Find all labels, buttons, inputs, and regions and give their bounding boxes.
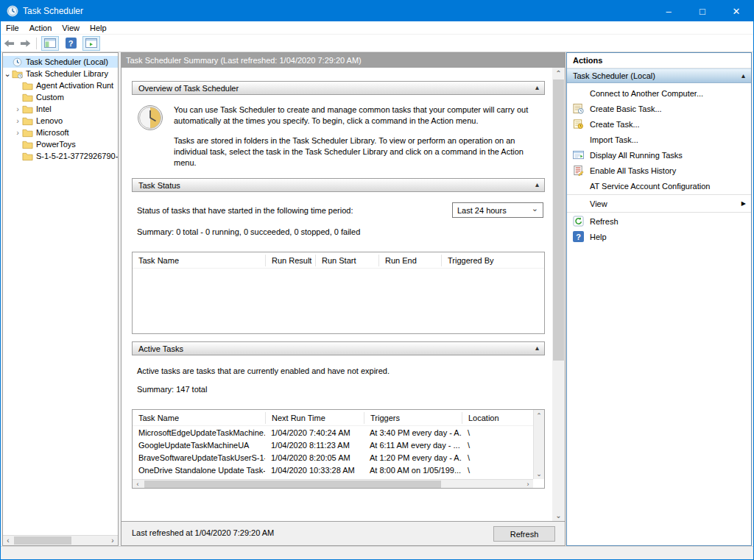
scroll-right-icon[interactable]: › — [523, 480, 533, 488]
tree-item-powertoys[interactable]: PowerToys — [3, 138, 118, 150]
scroll-down-icon[interactable]: ⌄ — [534, 468, 544, 479]
menu-file[interactable]: File — [1, 24, 24, 32]
active-tasks-section-header[interactable]: Active Tasks ▴ — [132, 341, 545, 355]
active-tasks-horizontal-scrollbar[interactable]: ‹ › — [133, 479, 533, 488]
collapse-icon[interactable]: ▴ — [741, 71, 745, 79]
summary-footer: Last refreshed at 1/04/2020 7:29:20 AM R… — [121, 521, 565, 545]
task-status-table-header: Task Name Run Result Run Start Run End T… — [133, 252, 544, 269]
refresh-button[interactable]: Refresh — [493, 526, 555, 542]
tree-expanded-icon[interactable]: ⌄ — [3, 69, 12, 79]
toolbar-separator — [36, 38, 37, 49]
table-row[interactable]: GoogleUpdateTaskMachineUA 1/04/2020 8:11… — [133, 439, 544, 451]
scrollbar-thumb[interactable] — [14, 536, 71, 545]
summary-content: Overview of Task Scheduler ▴ You can use… — [121, 68, 552, 521]
collapse-icon[interactable]: ▴ — [535, 180, 539, 188]
library-folder-icon — [12, 69, 23, 79]
task-status-table: Task Name Run Result Run Start Run End T… — [132, 252, 545, 334]
tree-collapsed-icon[interactable]: › — [13, 128, 22, 137]
time-period-dropdown[interactable]: Last 24 hours ⌄ — [452, 202, 543, 218]
tree-item-intel[interactable]: › Intel — [3, 103, 118, 115]
column-header[interactable]: Triggered By — [441, 255, 515, 266]
tree-item-label: S-1-5-21-3772926790- — [36, 152, 118, 160]
summary-header: Task Scheduler Summary (Last refreshed: … — [121, 53, 565, 68]
overview-title: Overview of Task Scheduler — [138, 84, 239, 93]
tree-item-microsoft[interactable]: › Microsoft — [3, 127, 118, 138]
actions-group-header[interactable]: Task Scheduler (Local) ▴ — [567, 68, 751, 83]
task-status-section-header[interactable]: Task Status ▴ — [132, 178, 545, 192]
show-action-pane-icon[interactable] — [82, 36, 100, 51]
scroll-left-icon[interactable]: ‹ — [3, 536, 13, 545]
task-status-title: Task Status — [138, 181, 180, 190]
column-header[interactable]: Run Result — [265, 255, 315, 266]
time-period-label: Status of tasks that have started in the… — [137, 206, 353, 215]
column-header[interactable]: Triggers — [364, 412, 462, 424]
tree-item-sid[interactable]: S-1-5-21-3772926790- — [3, 150, 118, 162]
collapse-icon[interactable]: ▴ — [535, 344, 539, 352]
table-row[interactable]: BraveSoftwareUpdateTaskUserS-1-... 1/04/… — [133, 451, 544, 464]
tree-item-label: Task Scheduler Library — [26, 69, 108, 78]
tree-item-library[interactable]: ⌄ Task Scheduler Library — [3, 68, 118, 79]
folder-icon — [22, 81, 33, 91]
tree-horizontal-scrollbar[interactable]: ‹ › — [3, 535, 118, 545]
minimize-button[interactable]: – — [652, 1, 686, 21]
task-scheduler-window: Task Scheduler – □ ✕ File Action View He… — [0, 0, 754, 560]
tree-item-custom[interactable]: Custom — [3, 91, 118, 103]
tree-collapsed-icon[interactable]: › — [13, 104, 22, 113]
column-header[interactable]: Run End — [378, 255, 441, 266]
action-create-basic-task[interactable]: Create Basic Task... — [567, 101, 751, 116]
active-tasks-title: Active Tasks — [138, 344, 183, 353]
collapse-icon[interactable]: ▴ — [535, 83, 539, 91]
tree-item-lenovo[interactable]: › Lenovo — [3, 115, 118, 127]
tree-item-agent-activation[interactable]: Agent Activation Runt — [3, 79, 118, 91]
scroll-up-icon[interactable]: ⌃ — [534, 410, 544, 421]
close-button[interactable]: ✕ — [719, 1, 753, 21]
action-enable-all-tasks-history[interactable]: Enable All Tasks History — [567, 163, 751, 178]
folder-icon — [22, 116, 33, 126]
tree-item-label: Intel — [36, 104, 52, 113]
scrollbar-thumb[interactable] — [553, 79, 564, 361]
scroll-left-icon[interactable]: ‹ — [133, 480, 143, 488]
summary-pane: Task Scheduler Summary (Last refreshed: … — [121, 52, 566, 546]
scroll-up-icon[interactable]: ⌃ — [552, 68, 565, 79]
overview-section-header[interactable]: Overview of Task Scheduler ▴ — [132, 81, 545, 95]
folder-icon — [22, 93, 33, 102]
action-connect-to-another-computer[interactable]: Connect to Another Computer... — [567, 85, 751, 101]
column-header[interactable]: Run Start — [315, 255, 378, 266]
tree-item-label: Custom — [36, 93, 64, 102]
back-icon[interactable] — [1, 37, 17, 50]
scroll-down-icon[interactable]: ⌄ — [552, 510, 565, 521]
action-view[interactable]: View ▶ — [567, 196, 751, 211]
column-header[interactable]: Task Name — [133, 412, 265, 424]
chevron-down-icon: ⌄ — [532, 204, 538, 213]
column-header[interactable]: Location — [462, 412, 518, 424]
action-import-task[interactable]: Import Task... — [567, 132, 751, 147]
menu-help[interactable]: Help — [85, 24, 112, 32]
scroll-right-icon[interactable]: › — [108, 536, 118, 545]
scrollbar-thumb[interactable] — [144, 481, 441, 488]
tree-collapsed-icon[interactable]: › — [13, 116, 22, 125]
table-row[interactable]: MicrosoftEdgeUpdateTaskMachine... 1/04/2… — [133, 426, 544, 439]
folder-icon — [22, 128, 33, 138]
help-icon[interactable]: ? — [62, 36, 80, 51]
column-header[interactable]: Next Run Time — [265, 412, 364, 424]
menu-view[interactable]: View — [57, 24, 85, 32]
action-refresh[interactable]: Refresh — [567, 213, 751, 229]
active-tasks-vertical-scrollbar[interactable]: ⌃ ⌄ — [533, 410, 544, 479]
active-tasks-table-header: Task Name Next Run Time Triggers Locatio… — [133, 410, 544, 426]
tree-item-task-scheduler-local[interactable]: Task Scheduler (Local) — [3, 56, 118, 68]
help-icon: ? — [573, 231, 584, 242]
action-help[interactable]: ? Help — [567, 229, 751, 244]
active-tasks-table: Task Name Next Run Time Triggers Locatio… — [132, 409, 545, 489]
show-console-tree-icon[interactable] — [41, 36, 59, 51]
active-tasks-description: Active tasks are tasks that are currentl… — [137, 366, 545, 375]
column-header[interactable]: Task Name — [133, 255, 265, 266]
summary-vertical-scrollbar[interactable]: ⌃ ⌄ — [552, 68, 565, 521]
menu-action[interactable]: Action — [24, 24, 57, 32]
maximize-button[interactable]: □ — [686, 1, 719, 21]
forward-icon[interactable] — [17, 37, 33, 50]
table-row[interactable]: OneDrive Standalone Update Task-... 1/04… — [133, 464, 544, 476]
action-create-task[interactable]: Create Task... — [567, 116, 751, 132]
action-display-all-running-tasks[interactable]: Display All Running Tasks — [567, 147, 751, 163]
action-at-service-account-configuration[interactable]: AT Service Account Configuration — [567, 178, 751, 194]
tree-item-label: Lenovo — [36, 116, 63, 125]
